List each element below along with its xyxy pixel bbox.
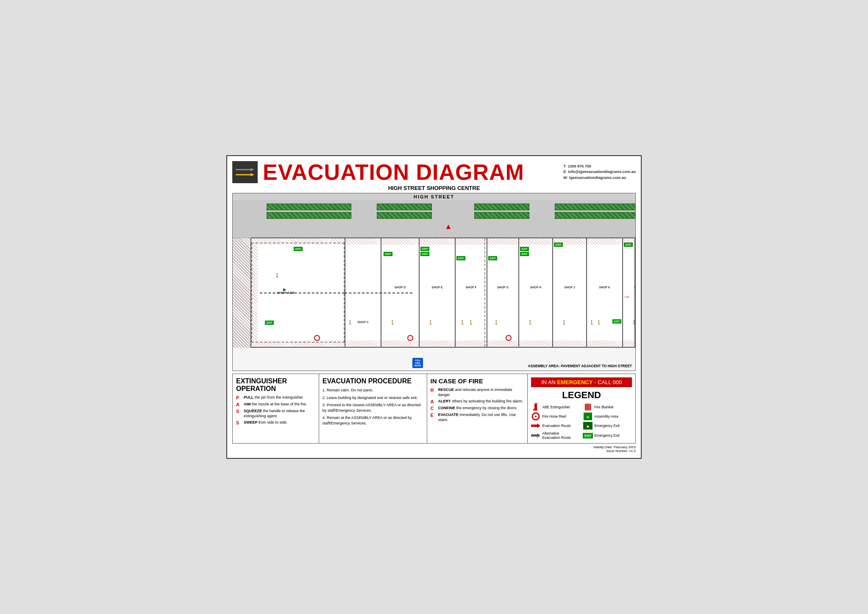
- exit-sign-f: EXIT: [456, 256, 465, 260]
- exit-sign-d: EXIT: [384, 252, 392, 256]
- alt-route-icon: [531, 432, 540, 439]
- legend-hose-reel: Fire Hose Reel: [531, 413, 580, 420]
- person-k2: 🚶: [596, 320, 601, 325]
- fire-step-c: C CONFINE the emergency by closing the d…: [431, 406, 524, 411]
- bush-strip-1c: [474, 204, 529, 210]
- you-are-here: YOUAREHERE: [412, 358, 423, 368]
- evac-step-4: 4. Remain at the ASSEMBLY AREA or as dir…: [323, 415, 423, 426]
- person-j: 🚶: [562, 320, 567, 325]
- exit-sign-h2: EXIT: [520, 252, 529, 256]
- svg-text:A: A: [587, 415, 589, 419]
- fhr-2: [407, 335, 413, 341]
- person-d: 🚶: [390, 320, 395, 325]
- center-divider: [484, 238, 485, 347]
- assembly-icon: A: [583, 413, 593, 420]
- legend-section: IN AN EMERGENCY - CALL 000 LEGEND: [528, 374, 635, 443]
- fire-step-e: E EVACUATE immediately. Do not use lifts…: [431, 413, 524, 422]
- fire-step-r: R RESCUE and relocate anyone in immediat…: [431, 388, 524, 397]
- person-k1: 🚶: [589, 320, 594, 325]
- shop-e-hatch-top: [420, 238, 455, 245]
- legend-title: LEGEND: [531, 390, 632, 401]
- svg-marker-12: [531, 424, 540, 428]
- person-e: 🚶: [428, 320, 433, 325]
- shop-f-box: SHOP F EXIT 🚶 🚶: [455, 238, 487, 347]
- bush-strip-1a: [267, 204, 351, 210]
- ext-step-p: P PULL the pin from the extinguisher.: [236, 395, 315, 400]
- svg-point-9: [535, 416, 537, 417]
- shop-g-label: SHOP G: [497, 286, 509, 289]
- emergency-call-banner: IN AN EMERGENCY - CALL 000: [531, 377, 632, 387]
- person-l: 🚶: [632, 320, 636, 325]
- person-ab1: 🚶: [275, 273, 280, 278]
- shop-d-hatch-top: [381, 238, 419, 245]
- svg-marker-15: [531, 433, 540, 438]
- dashed-line-1: [345, 293, 412, 293]
- shop-d-label: SHOP D: [395, 286, 406, 289]
- ext-step-s2: S SWEEP from side to side.: [236, 420, 315, 425]
- fhr-3: [506, 335, 512, 341]
- emerg-exit-icon: ▶: [583, 422, 593, 430]
- shop-ab-hatch-bottom: [251, 340, 345, 347]
- person-f: 🚶: [460, 320, 465, 325]
- evac-step-3: 3. Proceed to the closest ASSEMBLY AREA …: [323, 402, 423, 413]
- shop-c-hatch-bottom: [345, 340, 381, 347]
- shop-d-hatch-bottom: [381, 340, 419, 347]
- svg-rect-3: [533, 409, 537, 410]
- bush-strip-2c: [474, 212, 529, 219]
- shop-k-hatch-top: [587, 238, 622, 245]
- exit-sign-icon: EXIT: [583, 432, 593, 439]
- shop-ab-hatch-left: [251, 245, 258, 340]
- evacuation-section: EVACUATION PROCEDURE 1. Remain calm. Do …: [319, 374, 427, 443]
- bush-strip-1b: [377, 204, 432, 210]
- main-arrow-right: →: [623, 293, 630, 301]
- shop-l-hatch-bottom: [623, 340, 636, 347]
- bottom-sections: EXTINGUISHER OPERATION P PULL the pin fr…: [232, 374, 636, 444]
- legend-grid: ABE Extinguisher Fire Blanket: [531, 403, 632, 440]
- bush-strip-2b: [377, 212, 432, 219]
- shop-g-box: SHOP G EXIT 🚶: [487, 238, 518, 347]
- exit-sign-g: EXIT: [488, 256, 497, 260]
- shop-l-label: SHOP L: [634, 286, 636, 289]
- logo: [232, 161, 258, 183]
- evac-step-2: 2. Leave building by designated exit or …: [323, 395, 423, 401]
- shop-g-hatch-top: [487, 238, 518, 245]
- shop-f-hatch-bottom: [456, 340, 487, 347]
- shop-ab-hatch-top: [251, 238, 345, 245]
- exit-sign-e: EXIT: [420, 247, 429, 251]
- building-name: HIGH STREET SHOPPING CENTRE: [232, 185, 636, 191]
- legend-extinguisher: ABE Extinguisher: [531, 403, 580, 411]
- shop-f-hatch-top: [456, 238, 487, 245]
- extinguisher-icon: [531, 403, 540, 411]
- evac-step-1: 1. Remain calm. Do not panic.: [323, 388, 423, 393]
- evac-title: EVACUATION PROCEDURE: [323, 377, 423, 385]
- left-outside-hatch: [233, 237, 250, 348]
- building-outline: SHOP A&B EXIT EXIT ▶ 🚶 SHOP C 🚶: [250, 237, 635, 348]
- legend-assembly: A Assembly Area: [583, 413, 632, 420]
- exit-sign-j: EXIT: [554, 243, 563, 247]
- shop-e-hatch-bottom: [420, 340, 455, 347]
- shop-k-label: SHOP K: [599, 286, 610, 289]
- legend-emerg-exit: ▶ Emergency Exit: [583, 422, 632, 430]
- exit-sign-ab-top: EXIT: [294, 247, 303, 251]
- ext-step-a: A AIM the nozzle at the base of the fire…: [236, 402, 315, 407]
- shop-h-hatch-top: [519, 238, 552, 245]
- exit-sign-e2: EXIT: [420, 252, 429, 256]
- exit-sign-ab-bottom: EXIT: [265, 321, 274, 325]
- floorplan: HIGH STREET ▲: [232, 193, 636, 371]
- shop-h-label: SHOP H: [530, 286, 542, 289]
- extinguisher-section: EXTINGUISHER OPERATION P PULL the pin fr…: [233, 374, 319, 443]
- ext-step-s1: S SQUEEZE the handle to release the exti…: [236, 409, 315, 419]
- shop-j-box: SHOP J EXIT 🚶: [552, 238, 586, 347]
- fire-blanket-icon: [583, 403, 593, 411]
- hose-reel-icon: [531, 413, 540, 420]
- fire-section: IN CASE OF FIRE R RESCUE and relocate an…: [427, 374, 528, 443]
- dashed-line-2: [260, 293, 345, 293]
- fire-step-a: A ALERT others by activating the buildin…: [431, 399, 524, 404]
- person-c: 🚶: [348, 320, 353, 325]
- bush-strip-1d: [555, 204, 636, 210]
- contact-info: T: 1300 976 750 E: info@tgeevacuationdia…: [563, 164, 636, 181]
- person-h: 🚶: [528, 320, 533, 325]
- logo-arrow-yellow: [236, 173, 254, 176]
- evac-route-icon: [531, 422, 540, 430]
- assembly-area-label: ASSEMBLY AREA: PAVEMENT ADJACENT TO HIGH…: [528, 364, 632, 368]
